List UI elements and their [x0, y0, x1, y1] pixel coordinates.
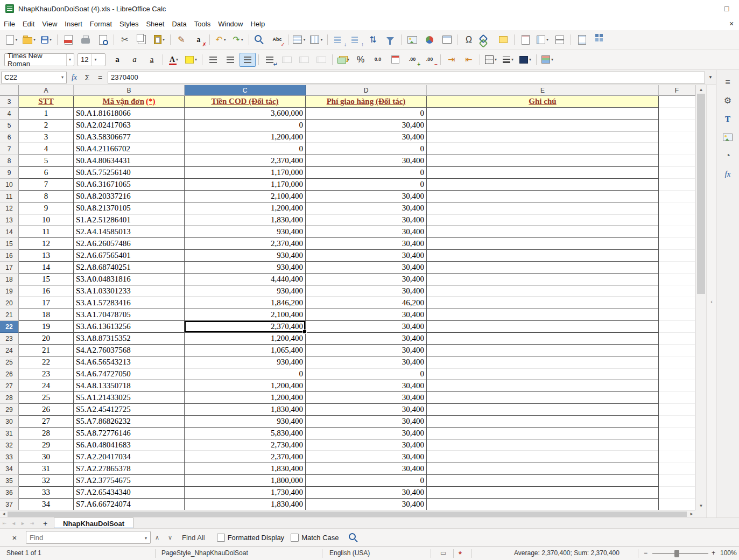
page-style[interactable]: PageStyle_NhapKhauDoiSoat [161, 549, 248, 557]
cell-stt[interactable]: 13 [19, 250, 74, 262]
menu-item-format[interactable]: Format [86, 19, 116, 29]
cell-empty[interactable] [659, 285, 695, 297]
cell-stt[interactable]: 30 [19, 451, 74, 463]
cell-fee[interactable]: 46,200 [306, 297, 427, 309]
cell-stt[interactable]: 3 [19, 131, 74, 143]
cell-note[interactable] [427, 380, 659, 392]
cell-code[interactable]: S3.A1.70478705 [74, 309, 185, 321]
column-header-E[interactable]: E [427, 85, 659, 96]
cell-fee[interactable]: 0 [306, 179, 427, 191]
cell-code[interactable]: S7.A2.37754675 [74, 475, 185, 487]
cell-fee[interactable]: 30,400 [306, 416, 427, 428]
insert-chart-button[interactable] [421, 33, 438, 47]
cell-cod[interactable]: 4,440,400 [185, 274, 306, 285]
highlighting-color-dropdown-icon[interactable]: ▾ [195, 57, 197, 62]
print-area-button[interactable] [517, 33, 533, 47]
cell-stt[interactable]: 7 [19, 179, 74, 191]
cell-code[interactable]: S0.A4.21166702 [74, 143, 185, 155]
cell-fee[interactable]: 30,400 [306, 238, 427, 250]
cell-note[interactable] [427, 250, 659, 262]
cell-fee[interactable]: 30,400 [306, 120, 427, 131]
row-header-3[interactable]: 3 [0, 96, 19, 108]
cell-cod[interactable]: 1,830,400 [185, 499, 306, 510]
cell-code[interactable]: S0.A2.02417063 [74, 120, 185, 131]
cell-cod[interactable]: 1,200,400 [185, 202, 306, 214]
cell-empty[interactable] [659, 238, 695, 250]
row-header-13[interactable]: 13 [0, 214, 19, 226]
cell-note[interactable] [427, 368, 659, 380]
split-window-button[interactable] [552, 33, 568, 47]
border-style-dropdown-icon[interactable]: ▾ [511, 57, 513, 62]
vertical-scrollbar[interactable]: ▲ ▼ [695, 85, 706, 510]
match-case-checkbox[interactable] [291, 534, 299, 542]
scroll-up-icon[interactable]: ▲ [696, 85, 706, 94]
cell-stt[interactable]: 20 [19, 333, 74, 345]
cell-fee[interactable]: 30,400 [306, 250, 427, 262]
cell-note[interactable] [427, 131, 659, 143]
headers-footers-button[interactable] [574, 33, 590, 47]
cell-stt[interactable]: 4 [19, 143, 74, 155]
cell-stt[interactable]: 21 [19, 345, 74, 356]
menu-item-window[interactable]: Window [214, 19, 247, 29]
cell-code[interactable]: S0.A8.20337216 [74, 191, 185, 202]
cell-cod[interactable]: 5,830,400 [185, 428, 306, 439]
formatted-display-checkbox[interactable] [217, 534, 225, 542]
cell-note[interactable] [427, 345, 659, 356]
cell-note[interactable] [427, 297, 659, 309]
redo-button[interactable]: ↷▾ [230, 33, 246, 47]
spelling-button[interactable]: Abc✓ [269, 33, 285, 47]
cell-fee[interactable]: 30,400 [306, 191, 427, 202]
cell-cod[interactable]: 1,830,400 [185, 214, 306, 226]
row-menu-button[interactable]: ▾ [291, 33, 307, 47]
cell-empty[interactable] [659, 368, 695, 380]
cell-empty[interactable] [659, 131, 695, 143]
cell-code[interactable]: S3.A8.87315352 [74, 333, 185, 345]
cell-stt[interactable]: 31 [19, 463, 74, 475]
cell-code[interactable]: S3.A1.03301233 [74, 285, 185, 297]
cell-stt[interactable]: 18 [19, 309, 74, 321]
row-header-15[interactable]: 15 [0, 238, 19, 250]
cell-fee[interactable]: 30,400 [306, 499, 427, 510]
cell-fee[interactable]: 30,400 [306, 309, 427, 321]
cell-empty[interactable] [659, 439, 695, 451]
cell-cod[interactable]: 1,065,400 [185, 345, 306, 356]
cell-stt[interactable]: 26 [19, 404, 74, 416]
cell-note[interactable] [427, 285, 659, 297]
sheet-tab-nhapkhaudoisoat[interactable]: NhapKhauDoiSoat [54, 517, 133, 529]
row-header-5[interactable]: 5 [0, 120, 19, 131]
zoom-level[interactable]: 100% [720, 549, 737, 557]
sum-button[interactable]: Σ [81, 71, 94, 84]
cell-stt[interactable]: 28 [19, 428, 74, 439]
column-header-F[interactable]: F [659, 85, 695, 96]
cell-stt[interactable]: 34 [19, 499, 74, 510]
insert-special-character-button[interactable]: Ω [461, 33, 477, 47]
cell-cod[interactable]: 0 [185, 120, 306, 131]
cell-stt[interactable]: 9 [19, 202, 74, 214]
cell-stt[interactable]: 14 [19, 262, 74, 274]
selected-cell[interactable]: 2,370,400 [185, 321, 306, 333]
selection-statistics[interactable]: Average: 2,370,400; Sum: 2,370,400 [514, 549, 620, 557]
row-header-12[interactable]: 12 [0, 202, 19, 214]
menu-item-sheet[interactable]: Sheet [142, 19, 168, 29]
print-preview-button[interactable] [95, 33, 111, 47]
row-header-37[interactable]: 37 [0, 499, 19, 510]
format-currency-button[interactable]: ▾ [335, 53, 351, 67]
cell-cod[interactable]: 1,200,400 [185, 380, 306, 392]
row-header-33[interactable]: 33 [0, 451, 19, 463]
cell-fee[interactable]: 30,400 [306, 404, 427, 416]
cell-stt[interactable]: 25 [19, 392, 74, 404]
scroll-left-icon[interactable]: ◄ [0, 510, 8, 517]
row-header-28[interactable]: 28 [0, 392, 19, 404]
cell-code[interactable]: S0.A8.21370105 [74, 202, 185, 214]
zoom-in-button[interactable]: + [712, 549, 715, 557]
cell-cod[interactable]: 1,800,000 [185, 475, 306, 487]
close-find-bar-icon[interactable]: × [8, 531, 22, 544]
row-header-20[interactable]: 20 [0, 297, 19, 309]
close-document-icon[interactable]: × [724, 19, 739, 28]
add-decimal-button[interactable]: .00+ [404, 53, 420, 67]
find-replace-button[interactable] [252, 33, 268, 47]
chevron-down-icon[interactable]: ▾ [92, 54, 96, 66]
cell-note[interactable] [427, 226, 659, 238]
row-header-17[interactable]: 17 [0, 262, 19, 274]
sort-descending-button[interactable]: ↑ [348, 33, 364, 47]
